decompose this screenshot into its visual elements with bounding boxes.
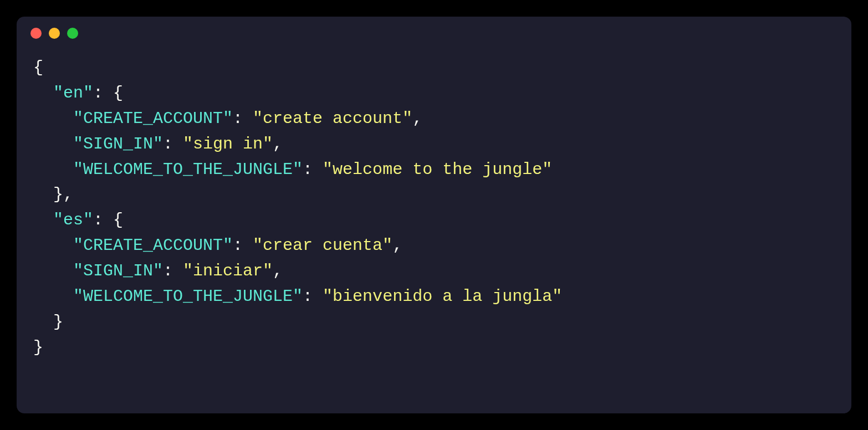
json-key-create-account: "CREATE_ACCOUNT" — [73, 236, 233, 255]
indent — [33, 211, 53, 229]
json-key-sign-in: "SIGN_IN" — [73, 135, 163, 153]
punct: : { — [93, 211, 123, 229]
brace-open: { — [33, 58, 43, 77]
editor-window: { "en": { "CREATE_ACCOUNT": "create acco… — [17, 17, 851, 413]
json-key-es: "es" — [53, 211, 93, 229]
colon: : — [303, 160, 323, 179]
indent — [33, 236, 73, 255]
brace-close: } — [53, 313, 63, 331]
comma: , — [392, 236, 402, 255]
json-value-create-account-es: "crear cuenta" — [253, 236, 392, 255]
indent — [33, 160, 73, 179]
maximize-button[interactable] — [67, 28, 78, 39]
colon: : — [233, 109, 253, 128]
colon: : — [163, 135, 183, 153]
json-key-welcome: "WELCOME_TO_THE_JUNGLE" — [73, 160, 303, 179]
close-button[interactable] — [30, 28, 42, 39]
json-value-create-account-en: "create account" — [253, 109, 412, 128]
indent — [33, 262, 73, 280]
json-key-sign-in: "SIGN_IN" — [73, 262, 163, 280]
comma: , — [273, 135, 283, 153]
comma: , — [273, 262, 283, 280]
colon: : — [163, 262, 183, 280]
json-key-create-account: "CREATE_ACCOUNT" — [73, 109, 233, 128]
brace-close: } — [33, 338, 43, 357]
brace-close-comma: }, — [53, 185, 73, 204]
indent — [33, 185, 53, 204]
json-value-welcome-es: "bienvenido a la jungla" — [323, 287, 562, 306]
indent — [33, 313, 53, 331]
indent — [33, 84, 53, 103]
json-value-sign-in-en: "sign in" — [183, 135, 273, 153]
code-block: { "en": { "CREATE_ACCOUNT": "create acco… — [33, 55, 835, 361]
json-key-welcome: "WELCOME_TO_THE_JUNGLE" — [73, 287, 303, 306]
json-value-welcome-en: "welcome to the jungle" — [323, 160, 552, 179]
json-value-sign-in-es: "iniciar" — [183, 262, 273, 280]
indent — [33, 109, 73, 128]
colon: : — [233, 236, 253, 255]
indent — [33, 135, 73, 153]
minimize-button[interactable] — [49, 28, 60, 39]
comma: , — [412, 109, 422, 128]
indent — [33, 287, 73, 306]
json-key-en: "en" — [53, 84, 93, 103]
window-controls — [30, 28, 835, 39]
punct: : { — [93, 84, 123, 103]
colon: : — [303, 287, 323, 306]
